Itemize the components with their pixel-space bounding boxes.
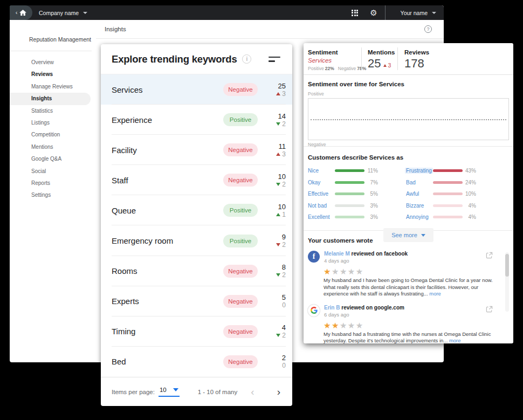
open-external-icon[interactable] (486, 252, 493, 259)
describe-term-link[interactable]: Excellent (308, 214, 330, 220)
keyword-row[interactable]: Facility Negative 11 3 (101, 135, 292, 165)
sidebar-item[interactable]: Social (10, 166, 91, 177)
mention-delta: 2 (276, 181, 286, 188)
prev-page-button[interactable]: ‹ (251, 386, 254, 398)
keyword-row[interactable]: Experts Negative 5 0 (101, 286, 292, 316)
mention-delta: 2 (276, 121, 286, 127)
keyword-metrics: 5 0 (263, 294, 286, 308)
sentiment-stat: Sentiment Services Positive22% Negative7… (304, 43, 361, 74)
sidebar-item[interactable]: Competition (10, 129, 91, 141)
sentiment-badge: Positive (223, 113, 258, 126)
sidebar-item[interactable]: Reports (10, 177, 91, 189)
sidebar-item[interactable]: Mentions (10, 141, 91, 153)
describe-value: 3% (364, 214, 378, 220)
sidebar-item[interactable]: Google Q&A (10, 153, 91, 165)
keyword-row[interactable]: Queue Positive 10 1 (101, 195, 292, 225)
keyword-row[interactable]: Staff Negative 10 2 (101, 165, 292, 195)
sidebar-item[interactable]: Overview (10, 57, 91, 68)
more-link[interactable]: more (449, 338, 461, 343)
describe-bar (335, 181, 364, 184)
trend-arrow-icon (276, 243, 280, 246)
apps-grid-icon[interactable] (352, 10, 358, 16)
trend-arrow-icon (276, 122, 280, 126)
keyword-row[interactable]: Services Negative 25 3 (101, 74, 292, 105)
describe-bar (335, 204, 364, 207)
mentions-stat: Mentions 25 3 (362, 43, 397, 74)
describe-term-link[interactable]: Bad (406, 180, 416, 185)
open-external-icon[interactable] (486, 306, 493, 313)
chevron-down-icon (173, 388, 178, 391)
mention-delta: 3 (276, 151, 286, 157)
delta-value: 1 (282, 211, 286, 218)
mention-delta: 2 (276, 272, 286, 278)
empty-stars: ★★★★ (332, 267, 364, 276)
describe-bar (433, 216, 463, 218)
source-avatar (308, 305, 320, 316)
review-header: Erin B reviewed on google.com 6 days ago (308, 305, 509, 318)
mention-count: 10 (278, 173, 286, 180)
sentiment-stat-label: Sentiment (308, 49, 361, 56)
page-title: Insights (105, 26, 126, 32)
describe-term-link[interactable]: Bizzare (406, 203, 424, 209)
home-button[interactable]: ‹ (10, 5, 32, 20)
describe-bar (433, 204, 463, 207)
describe-row: Annoying 4% (406, 214, 476, 220)
star-rating: ★★★★★ (324, 321, 509, 329)
sidebar-item[interactable]: Statistics (10, 105, 91, 117)
sentiment-badge: Positive (223, 235, 258, 247)
review-item: f Melanie M reviewed on facebook 4 days … (308, 251, 509, 298)
items-per-page-select[interactable]: 10 (159, 387, 180, 397)
review-byline: Melanie M reviewed on facebook (324, 251, 408, 257)
trend-arrow-icon (276, 273, 280, 277)
describe-bar (433, 192, 463, 195)
describe-term-link[interactable]: Nice (308, 168, 319, 174)
scrollbar-track[interactable] (505, 252, 509, 312)
company-selector[interactable]: Company name (39, 10, 87, 16)
keyword-row[interactable]: Timing Negative 4 2 (101, 316, 292, 347)
star-rating: ★★★★★ (324, 267, 509, 276)
info-icon[interactable]: i (242, 54, 251, 64)
keyword-row[interactable]: Experience Positive 14 2 (101, 105, 292, 135)
describe-positive-column: Nice 11% Okay 7% Effective (308, 168, 378, 220)
reviews-stat: Reviews 178 (398, 43, 429, 74)
reviewer-name-link[interactable]: Melanie M (324, 251, 350, 257)
mentions-stat-label: Mentions (368, 49, 397, 56)
sidebar-item[interactable]: Manage Reviews (10, 81, 91, 93)
sentiment-percentages: Positive22% Negative78% (308, 66, 361, 71)
top-navbar: ‹ Company name ⚙ Your name (10, 5, 444, 20)
keyword-row[interactable]: Rooms Negative 8 2 (101, 256, 292, 286)
keyword-metrics: 2 0 (263, 354, 286, 369)
sidebar-item[interactable]: Insights (10, 93, 91, 105)
trend-arrow-icon (276, 334, 280, 337)
describe-term-link[interactable]: Okay (308, 180, 320, 185)
describe-term-link[interactable]: Annoying (406, 214, 429, 220)
help-icon[interactable]: ? (424, 25, 432, 33)
reviewer-name-link[interactable]: Erin B (324, 305, 340, 311)
keyword-label: Bed (112, 357, 223, 366)
describe-term-link[interactable]: Frustrating (405, 168, 433, 174)
describe-term-link[interactable]: Not bad (308, 203, 327, 209)
review-age: 6 days ago (324, 312, 404, 318)
keywords-card-header: Explore trending keywords i (101, 44, 292, 74)
settings-gear-icon[interactable]: ⚙ (370, 9, 377, 17)
sidebar-item[interactable]: Settings (10, 189, 91, 201)
sidebar-item[interactable]: Reviews (10, 68, 91, 80)
next-page-button[interactable]: › (277, 386, 280, 398)
user-menu[interactable]: Your name (386, 10, 444, 16)
keyword-metrics: 4 2 (263, 324, 286, 339)
scrollbar-thumb[interactable] (505, 254, 509, 277)
sort-icon[interactable] (269, 57, 280, 62)
describe-term-link[interactable]: Awful (406, 191, 419, 197)
more-link[interactable]: more (429, 291, 441, 297)
sentiment-badge: Negative (223, 355, 258, 368)
mention-delta: 2 (276, 242, 286, 248)
keyword-row[interactable]: Emergency room Positive 9 2 (101, 225, 292, 256)
trending-keywords-card: Explore trending keywords i Services Neg… (101, 44, 292, 406)
review-text: My husband had a frustrating time with t… (324, 331, 504, 344)
describe-term-link[interactable]: Effective (308, 191, 328, 197)
keyword-label: Staff (112, 176, 223, 185)
sidebar-item[interactable]: Listings (10, 117, 91, 129)
keyword-row[interactable]: Bed Negative 2 0 (101, 347, 292, 377)
mention-count: 10 (278, 203, 286, 210)
reviews-value: 178 (404, 57, 429, 71)
